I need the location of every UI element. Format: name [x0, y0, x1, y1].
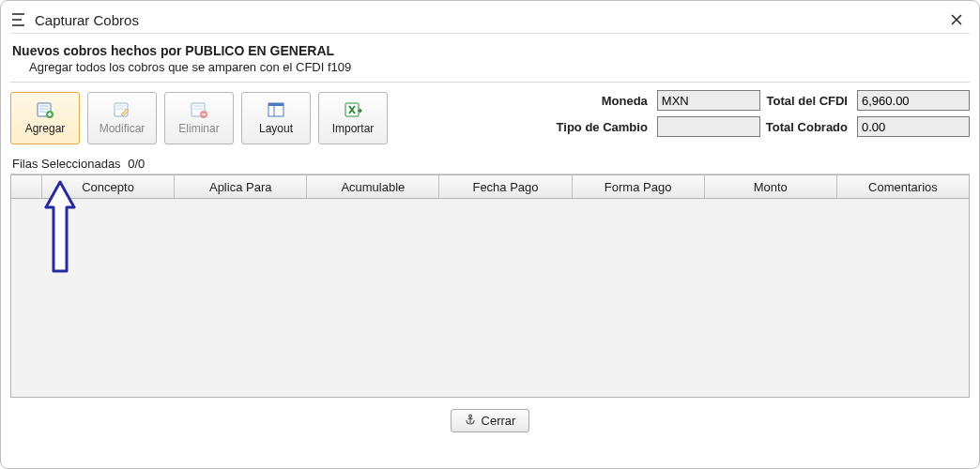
add-document-icon: [35, 101, 55, 118]
importar-button[interactable]: Importar: [318, 92, 388, 144]
total-cfdi-label: Total del CFDI: [766, 94, 851, 108]
agregar-button[interactable]: Agregar: [10, 92, 80, 144]
table-header-row: Concepto Aplica Para Acumulable Fecha Pa…: [11, 175, 969, 199]
rows-selected-label: Filas Seleccionadas: [12, 157, 121, 171]
window-title: Capturar Cobros: [35, 12, 139, 28]
layout-button[interactable]: Layout: [241, 92, 311, 144]
agregar-button-label: Agregar: [25, 122, 66, 135]
modificar-button-label: Modificar: [100, 122, 145, 135]
close-icon[interactable]: [943, 8, 970, 31]
svg-rect-14: [268, 103, 283, 106]
app-icon: [10, 11, 27, 28]
eliminar-button-label: Eliminar: [178, 122, 219, 135]
total-cobrado-field[interactable]: [857, 116, 970, 137]
importar-button-label: Importar: [332, 122, 375, 135]
subtitle-heading: Nuevos cobros hechos por PUBLICO EN GENE…: [10, 39, 970, 58]
edit-document-icon: [112, 101, 132, 118]
subtitle-description: Agregar todos los cobros que se amparen …: [10, 58, 970, 82]
anchor-icon: [465, 414, 476, 428]
moneda-label: Moneda: [557, 94, 651, 108]
capturar-cobros-window: Capturar Cobros Nuevos cobros hechos por…: [0, 0, 980, 469]
delete-document-icon: [189, 101, 209, 118]
rows-selected-line: Filas Seleccionadas 0/0: [10, 154, 970, 174]
layout-icon: [266, 101, 286, 118]
total-cfdi-field[interactable]: [857, 90, 970, 111]
table-header-selector[interactable]: [11, 175, 42, 198]
tipo-cambio-label: Tipo de Cambio: [557, 120, 651, 134]
col-forma-pago[interactable]: Forma Pago: [573, 175, 705, 198]
col-comentarios[interactable]: Comentarios: [837, 175, 969, 198]
eliminar-button: Eliminar: [164, 92, 234, 144]
col-concepto[interactable]: Concepto: [42, 175, 175, 198]
toolbar: Agregar Modificar: [10, 90, 388, 148]
modificar-button: Modificar: [87, 92, 157, 144]
cerrar-button-label: Cerrar: [482, 414, 516, 428]
col-acumulable[interactable]: Acumulable: [307, 175, 439, 198]
moneda-field[interactable]: [657, 90, 760, 111]
divider: [10, 82, 970, 83]
import-excel-icon: [343, 101, 363, 118]
layout-button-label: Layout: [259, 122, 293, 135]
cerrar-button[interactable]: Cerrar: [451, 409, 530, 432]
tipo-cambio-field[interactable]: [657, 116, 760, 137]
footer: Cerrar: [10, 409, 970, 432]
rows-selected-count: 0/0: [128, 157, 145, 171]
col-aplica-para[interactable]: Aplica Para: [175, 175, 307, 198]
col-monto[interactable]: Monto: [705, 175, 837, 198]
cobros-table[interactable]: Concepto Aplica Para Acumulable Fecha Pa…: [10, 174, 970, 398]
summary-fields: Moneda Total del CFDI Tipo de Cambio Tot…: [557, 90, 970, 137]
col-fecha-pago[interactable]: Fecha Pago: [439, 175, 572, 198]
titlebar: Capturar Cobros: [10, 7, 970, 34]
toolbar-and-fields-row: Agregar Modificar: [10, 90, 970, 148]
total-cobrado-label: Total Cobrado: [766, 120, 851, 134]
svg-point-17: [468, 415, 471, 417]
